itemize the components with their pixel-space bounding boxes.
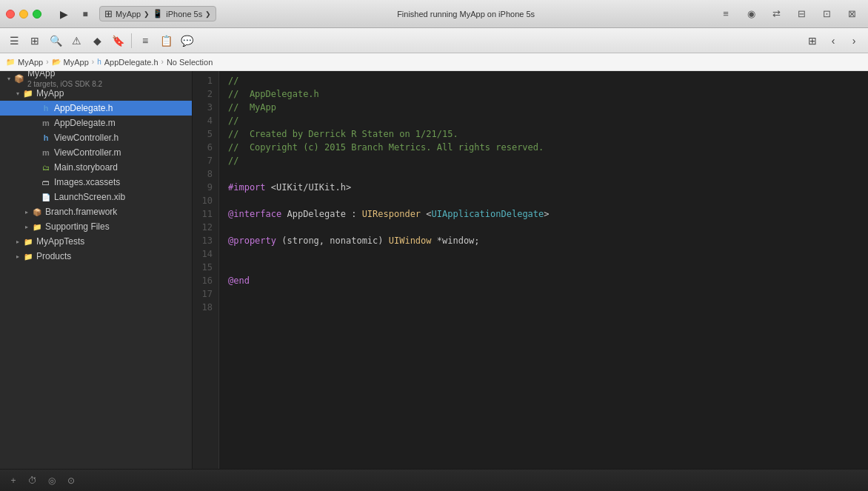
- breadcrumb-appdelegate-h[interactable]: AppDelegate.h: [104, 58, 158, 67]
- h-file-icon: h: [40, 102, 52, 114]
- myapp-group-label: MyApp: [36, 88, 64, 98]
- titlebar-center: Finished running MyApp on iPhone 5s: [216, 10, 715, 19]
- assistant-toggle[interactable]: ⊟: [791, 6, 812, 22]
- viewcontroller-h-label: ViewController.h: [54, 133, 118, 143]
- sidebar-item-launchscreen-xib[interactable]: 📄 LaunchScreen.xib: [0, 190, 192, 204]
- activity-button[interactable]: ◉: [741, 6, 761, 22]
- viewcontroller-m-label: ViewController.m: [54, 147, 121, 158]
- warning-btn[interactable]: ⚠: [67, 31, 86, 50]
- code-editor[interactable]: // // AppDelegate.h // MyApp // // Creat…: [219, 71, 868, 469]
- forward-btn[interactable]: ›: [844, 31, 864, 50]
- breadcrumb-myapp-2[interactable]: MyApp: [64, 58, 89, 67]
- stop-button[interactable]: ■: [77, 6, 93, 22]
- xcassets-icon: 🗃: [40, 176, 52, 188]
- disclosure-products: [13, 252, 22, 261]
- chevron-icon: ❯: [144, 10, 150, 18]
- breadcrumb-sep-2: ›: [92, 58, 94, 66]
- products-icon: 📁: [22, 250, 34, 262]
- sidebar-item-branch-framework[interactable]: 📦 Branch.framework: [0, 204, 192, 219]
- back-btn[interactable]: ‹: [824, 31, 843, 50]
- note-btn[interactable]: 📋: [156, 31, 176, 50]
- sidebar-toggle[interactable]: ☰: [4, 31, 24, 50]
- utility-toggle[interactable]: ⊡: [816, 6, 837, 22]
- traffic-lights: [6, 10, 41, 19]
- m-file-icon2: m: [40, 147, 52, 158]
- view-grid-btn[interactable]: ⊞: [803, 31, 822, 50]
- breadcrumb-myapp-1[interactable]: MyApp: [18, 58, 43, 67]
- line-numbers: 1 2 3 4 5 6 7 8 9 10 11 12 13 14 15 16 1…: [193, 71, 219, 469]
- jump-bar-btn[interactable]: ⊞: [25, 31, 44, 50]
- breadcrumb-sep-1: ›: [46, 58, 48, 66]
- xib-icon: 📄: [40, 191, 52, 203]
- myapptests-label: MyAppTests: [36, 236, 84, 247]
- breakpoint-btn[interactable]: ◆: [87, 31, 107, 50]
- editor: 1 2 3 4 5 6 7 8 9 10 11 12 13 14 15 16 1…: [193, 71, 868, 469]
- navigator-toggle[interactable]: ≡: [715, 6, 736, 22]
- bookmark-btn[interactable]: 🔖: [108, 31, 127, 50]
- minimize-button[interactable]: [19, 10, 28, 19]
- breadcrumb-h-icon: h: [97, 58, 101, 66]
- bottom-bar: + ⏱ ◎ ⊙: [0, 469, 868, 491]
- filter-button[interactable]: ◎: [44, 473, 59, 488]
- breadcrumb-sep-3: ›: [161, 58, 164, 66]
- sidebar-item-products[interactable]: 📁 Products: [0, 249, 192, 264]
- tests-icon: 📁: [22, 236, 34, 247]
- disclosure-supporting: [22, 222, 31, 231]
- titlebar: ▶ ■ ⊞ MyApp ❯ 📱 iPhone 5s ❯ Finished run…: [0, 0, 868, 28]
- appdelegate-m-label: AppDelegate.m: [54, 118, 116, 128]
- breadcrumb-icon: 📁: [6, 58, 15, 66]
- titlebar-left-controls: ▶ ■: [53, 6, 93, 22]
- sidebar-item-appdelegate-m[interactable]: m AppDelegate.m: [0, 116, 192, 130]
- disclosure-myapp: [13, 89, 22, 98]
- main-layout: 📦 MyApp 2 targets, iOS SDK 8.2 📁 MyApp h…: [0, 71, 868, 469]
- back-forward-btn[interactable]: ⇄: [766, 6, 787, 22]
- scheme-app-name: MyApp: [116, 10, 141, 19]
- images-xcassets-label: Images.xcassets: [54, 177, 120, 187]
- folder-icon: 📁: [22, 87, 34, 99]
- scheme-icon: ⊞: [104, 8, 113, 19]
- close-button[interactable]: [6, 10, 15, 19]
- maximize-button[interactable]: [33, 10, 41, 19]
- debug-button[interactable]: ⊙: [64, 473, 79, 488]
- breadcrumb: 📁 MyApp › 📂 MyApp › h AppDelegate.h › No…: [0, 53, 868, 71]
- sidebar: 📦 MyApp 2 targets, iOS SDK 8.2 📁 MyApp h…: [0, 71, 193, 469]
- project-subtitle: 2 targets, iOS SDK 8.2: [27, 80, 102, 88]
- main-storyboard-label: Main.storyboard: [54, 162, 118, 173]
- project-name: MyApp: [27, 71, 55, 79]
- sidebar-item-supporting-files[interactable]: 📁 Supporting Files: [0, 219, 192, 234]
- sidebar-item-main-storyboard[interactable]: 🗂 Main.storyboard: [0, 160, 192, 175]
- sidebar-item-viewcontroller-m[interactable]: m ViewController.m: [0, 145, 192, 160]
- appdelegate-h-label: AppDelegate.h: [54, 103, 113, 113]
- storyboard-icon: 🗂: [40, 161, 52, 173]
- h-file-icon2: h: [40, 132, 52, 144]
- sidebar-item-appdelegate-h[interactable]: h AppDelegate.h: [0, 101, 192, 116]
- sidebar-item-images-xcassets[interactable]: 🗃 Images.xcassets: [0, 175, 192, 190]
- scheme-selector[interactable]: ⊞ MyApp ❯ 📱 iPhone 5s ❯: [99, 6, 216, 21]
- disclosure-branch: [22, 207, 31, 216]
- m-file-icon: m: [40, 117, 52, 129]
- breadcrumb-no-selection[interactable]: No Selection: [167, 58, 213, 67]
- sidebar-item-viewcontroller-h[interactable]: h ViewController.h: [0, 130, 192, 145]
- disclosure-tests: [13, 237, 22, 246]
- history-button[interactable]: ⏱: [25, 473, 40, 488]
- toolbar: ☰ ⊞ 🔍 ⚠ ◆ 🔖 ≡ 📋 💬 ⊞ ‹ ›: [0, 28, 868, 53]
- add-button[interactable]: +: [6, 473, 21, 488]
- sidebar-item-myapptests[interactable]: 📁 MyAppTests: [0, 234, 192, 249]
- titlebar-right: ≡ ◉ ⇄ ⊟ ⊡ ⊠: [715, 6, 862, 22]
- sidebar-item-project[interactable]: 📦 MyApp 2 targets, iOS SDK 8.2: [0, 71, 192, 86]
- debug-toggle[interactable]: ⊠: [841, 6, 862, 22]
- phone-icon: 📱: [153, 9, 163, 19]
- run-button[interactable]: ▶: [53, 6, 74, 22]
- breadcrumb-folder-icon: 📂: [52, 58, 61, 66]
- branch-framework-label: Branch.framework: [45, 207, 117, 217]
- scheme-device: iPhone 5s: [166, 10, 202, 19]
- search-btn[interactable]: 🔍: [46, 31, 65, 50]
- project-name-label: MyApp 2 targets, iOS SDK 8.2: [27, 71, 102, 89]
- status-text: Finished running MyApp on iPhone 5s: [397, 10, 535, 19]
- chevron-icon2: ❯: [205, 10, 211, 18]
- comment-btn[interactable]: 💬: [177, 31, 196, 50]
- launchscreen-xib-label: LaunchScreen.xib: [54, 192, 125, 202]
- list-view-btn[interactable]: ≡: [136, 31, 155, 50]
- project-icon: 📦: [13, 73, 25, 84]
- supporting-files-label: Supporting Files: [45, 221, 110, 232]
